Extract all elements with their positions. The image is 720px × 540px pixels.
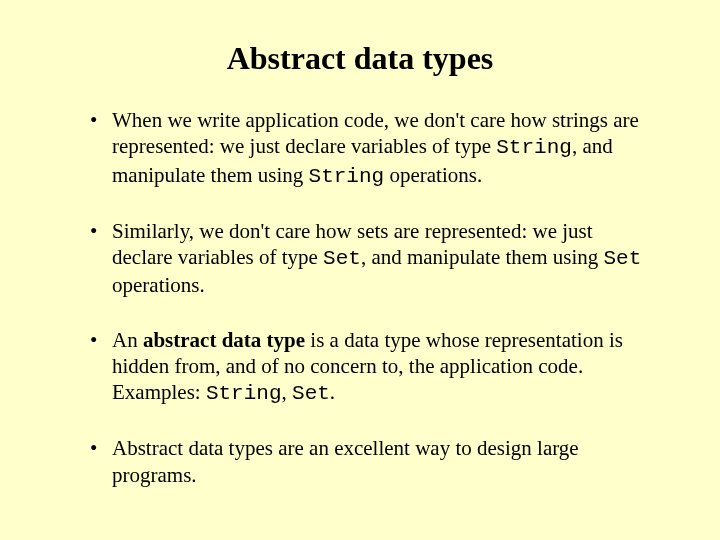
text: , and manipulate them using [361,245,604,269]
bullet-list: When we write application code, we don't… [40,107,680,488]
text: , [282,380,293,404]
text: operations. [384,163,482,187]
slide-title: Abstract data types [40,40,680,77]
code-text: Set [323,247,361,270]
bullet-item: An abstract data type is a data type who… [90,327,650,408]
bullet-item: Similarly, we don't care how sets are re… [90,218,650,299]
code-text: String [206,382,282,405]
code-text: Set [604,247,642,270]
text: An [112,328,143,352]
text: . [330,380,335,404]
bullet-item: Abstract data types are an excellent way… [90,435,650,488]
bullet-item: When we write application code, we don't… [90,107,650,190]
text: operations. [112,273,205,297]
code-text: String [309,165,385,188]
text: Abstract data types are an excellent way… [112,436,579,486]
slide: Abstract data types When we write applic… [0,0,720,540]
code-text: Set [292,382,330,405]
bold-text: abstract data type [143,328,305,352]
code-text: String [496,136,572,159]
